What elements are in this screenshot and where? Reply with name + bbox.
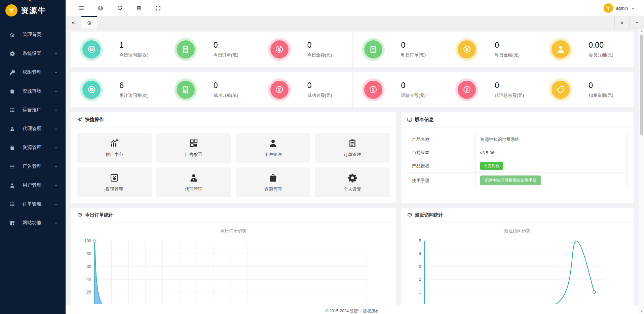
- stat-value: 0: [214, 41, 238, 50]
- stat-value: 0: [495, 81, 524, 90]
- stat-success-amount: 0 成功金额(元): [259, 72, 352, 107]
- stat-value: 0: [214, 81, 238, 90]
- row-label: 当前版本: [407, 146, 476, 159]
- version-info-panel: 版本信息 产品名称 资源牛知识付费系统 当前版本 v3.5.06 产品授权: [401, 112, 634, 203]
- stat-yesterday-amount: 0 昨日金额(元): [446, 32, 540, 67]
- stat-label: 今日金额(元): [307, 52, 332, 58]
- tabs-scroll-right-button[interactable]: »: [614, 16, 629, 29]
- stat-label: 退款金额(元): [401, 92, 426, 99]
- board-icon: [407, 212, 412, 218]
- menu-fold-icon[interactable]: [78, 5, 84, 11]
- sidebar-item-resources[interactable]: 资源管理: [0, 140, 66, 155]
- panel-title: 快捷操作: [85, 117, 104, 123]
- sidebar-item-resource-market[interactable]: 资源市场: [0, 83, 66, 99]
- tabs-scroll-right-glyph: »: [620, 19, 623, 26]
- fullscreen-icon[interactable]: [155, 5, 161, 11]
- svg-text:2: 2: [419, 277, 421, 282]
- quick-action-order-management[interactable]: 订单管理: [315, 133, 390, 163]
- refresh-icon[interactable]: [117, 5, 123, 11]
- sidebar-item-ads[interactable]: 广告管理: [0, 159, 66, 174]
- sidebar-item-label: 网站功能: [23, 220, 54, 226]
- yen-icon: [270, 40, 289, 58]
- stat-today-visits: 1 今日访问量(次): [71, 32, 165, 67]
- quick-action-ad-config[interactable]: 广告配置: [156, 133, 231, 163]
- user-icon: [552, 40, 570, 58]
- chart-area: 10080604020: [71, 237, 396, 304]
- board-icon: [77, 212, 82, 218]
- chevron-down-icon: [54, 183, 58, 188]
- order-clipboard-icon: [347, 138, 357, 148]
- sidebar-menu: 管理首页 系统设置 权限管理 资源市场 运营推广: [0, 21, 66, 231]
- scrollbar-thumb[interactable]: [640, 35, 643, 135]
- user-menu[interactable]: admin: [604, 3, 635, 13]
- sidebar-item-agents[interactable]: 代理管理: [0, 121, 66, 136]
- scroll-up-arrow-icon[interactable]: ▲: [639, 29, 644, 34]
- stat-value: 0: [401, 41, 426, 50]
- globe-icon[interactable]: [98, 5, 104, 11]
- chevron-down-icon: [631, 6, 635, 10]
- sidebar-item-permissions[interactable]: 权限管理: [0, 65, 66, 80]
- quick-action-label: 代理管理: [185, 186, 202, 192]
- withdraw-yen-icon: [109, 173, 119, 183]
- app-window: 资源牛 管理首页 系统设置 权限管理 资源市场: [0, 0, 644, 314]
- stat-value: 0: [307, 41, 332, 50]
- list-icon: [9, 107, 15, 113]
- vertical-scrollbar[interactable]: ▲ ▼: [639, 29, 644, 314]
- chevron-down-icon: [54, 164, 58, 169]
- quick-action-label: 提现管理: [106, 186, 123, 192]
- stat-member-commission: 0.00 会员分佣(元): [540, 32, 634, 67]
- quick-action-label: 订单管理: [344, 152, 361, 158]
- user-icon: [268, 138, 278, 148]
- chevron-down-icon: [54, 89, 58, 93]
- yen-icon: [458, 81, 476, 99]
- stat-today-orders: 0 今日订单(笔): [165, 32, 259, 67]
- tabs-scroll-left-button[interactable]: «: [66, 16, 81, 29]
- trash-icon[interactable]: [136, 5, 142, 11]
- panel-title: 版本信息: [415, 117, 434, 123]
- table-row: 使用手册 资源牛知识付费系统使用手册: [407, 172, 627, 188]
- quick-action-agent-management[interactable]: 代理管理: [156, 167, 231, 197]
- quick-actions-header: 快捷操作: [71, 112, 396, 127]
- svg-text:1: 1: [419, 290, 421, 295]
- sidebar-item-orders[interactable]: 订单管理: [0, 196, 66, 212]
- sidebar-item-label: 用户管理: [23, 182, 54, 188]
- gear-icon: [9, 51, 15, 56]
- svg-text:20: 20: [87, 290, 91, 295]
- sidebar-item-label: 运营推广: [23, 107, 54, 113]
- chevron-down-icon: [54, 127, 58, 131]
- stats-panel-totals: 6 累计访问量(次) 0 成功订单(笔) 0 成功金额(元) 0 退款金额(元): [71, 72, 634, 107]
- today-orders-line-chart: 10080604020: [71, 237, 396, 304]
- panel-title: 最近访问统计: [415, 212, 443, 218]
- brand-logo[interactable]: 资源牛: [0, 0, 66, 21]
- scroll-down-arrow-icon[interactable]: ▼: [639, 309, 644, 314]
- quick-action-promotion-center[interactable]: 推广中心: [77, 133, 152, 163]
- home-icon: [9, 32, 15, 38]
- sidebar-item-label: 系统设置: [23, 50, 54, 56]
- sidebar-item-home[interactable]: 管理首页: [0, 27, 66, 42]
- quick-action-label: 用户管理: [264, 152, 282, 158]
- tabs-more-button[interactable]: [629, 16, 644, 29]
- recent-visits-chart-panel: 最近访问统计 最近访问趋势 54321: [401, 208, 634, 305]
- topbar: admin: [66, 0, 644, 16]
- stat-value: 0.00: [589, 41, 613, 50]
- quick-action-resource-management[interactable]: 资源管理: [236, 167, 310, 197]
- user-manual-button[interactable]: 资源牛知识付费系统使用手册: [480, 175, 541, 185]
- sidebar-item-operations[interactable]: 运营推广: [0, 102, 66, 118]
- stat-agent-balance: 0 代理总余额(元): [446, 72, 540, 107]
- row-label: 产品授权: [407, 159, 476, 172]
- chevron-down-icon: [54, 108, 58, 112]
- sidebar-item-label: 广告管理: [23, 163, 54, 169]
- quick-action-personal-settings[interactable]: 个人设置: [315, 167, 390, 197]
- sidebar-item-users[interactable]: 用户管理: [0, 178, 66, 193]
- row-label: 使用手册: [407, 173, 476, 188]
- bag-icon: [9, 88, 15, 94]
- quick-action-withdraw-management[interactable]: 提现管理: [77, 167, 152, 197]
- svg-text:60: 60: [87, 264, 91, 269]
- sidebar-item-site-features[interactable]: 网站功能: [0, 215, 66, 231]
- panel-title: 今日订单统计: [85, 212, 113, 218]
- stat-refund-amount: 0 退款金额(元): [352, 72, 446, 107]
- stat-value: 1: [119, 41, 149, 50]
- quick-action-user-management[interactable]: 用户管理: [236, 133, 310, 163]
- sidebar-item-system-settings[interactable]: 系统设置: [0, 46, 66, 61]
- tab-home[interactable]: [81, 16, 97, 29]
